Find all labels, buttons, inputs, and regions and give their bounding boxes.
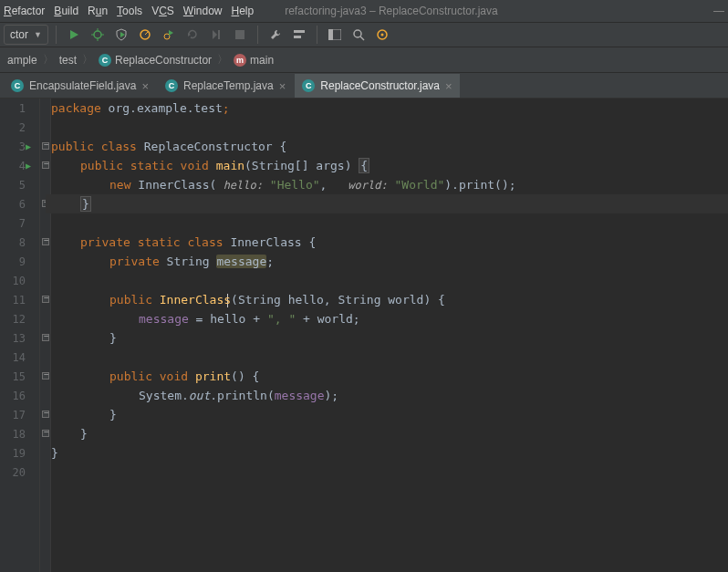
run-gutter-icon[interactable]: ▶	[26, 161, 31, 171]
structure-icon[interactable]	[289, 25, 309, 45]
close-icon[interactable]: ×	[141, 79, 149, 93]
code-line[interactable]: package org.example.test;	[51, 99, 230, 118]
line-number[interactable]: 17	[0, 405, 40, 424]
wrench-icon[interactable]	[265, 25, 286, 45]
code-line[interactable]: }	[80, 194, 91, 213]
crumb-class[interactable]: CReplaceConstructor	[95, 54, 215, 67]
crumb-module[interactable]: ample	[4, 54, 41, 67]
menu-build[interactable]: Build	[54, 5, 78, 17]
rerun-icon[interactable]	[182, 25, 203, 45]
debug-icon[interactable]	[88, 25, 108, 45]
coverage-icon[interactable]	[111, 25, 131, 45]
line-number[interactable]: 2	[0, 118, 40, 137]
crumb-method[interactable]: mmain	[230, 54, 277, 67]
code-line[interactable]: }	[109, 405, 117, 424]
tab-replacetemp[interactable]: C ReplaceTemp.java ×	[158, 74, 293, 98]
tab-replaceconstructor[interactable]: C ReplaceConstructor.java ×	[295, 74, 459, 98]
tab-label: EncapsulateField.java	[29, 79, 136, 92]
code-line[interactable]: }	[51, 443, 58, 463]
code-line[interactable]: public static void main(String[] args) {	[80, 156, 369, 175]
current-line-highlight	[46, 194, 728, 213]
line-number[interactable]: 13	[0, 328, 40, 348]
svg-marker-6	[120, 32, 125, 37]
svg-marker-12	[213, 30, 217, 39]
run-config-selector[interactable]: ctor ▼	[4, 25, 48, 45]
attach-icon[interactable]	[159, 25, 179, 45]
svg-point-19	[354, 30, 361, 37]
line-number[interactable]: 19	[0, 443, 40, 463]
fold-toggle[interactable]	[42, 296, 49, 303]
fold-column[interactable]	[40, 99, 51, 572]
run-config-label: ctor	[10, 28, 28, 41]
code-line[interactable]: System.out.println(message);	[139, 386, 338, 405]
skip-icon[interactable]	[206, 25, 226, 45]
fold-toggle[interactable]	[42, 238, 49, 245]
window-title: refactoring-java3 – ReplaceConstructor.j…	[285, 5, 497, 17]
line-number[interactable]: 6	[0, 194, 40, 213]
chevron-right-icon: 〉	[43, 52, 54, 68]
line-number[interactable]: 16	[0, 386, 40, 405]
svg-rect-13	[218, 30, 220, 39]
fold-toggle[interactable]	[42, 142, 49, 150]
stop-icon[interactable]	[230, 25, 250, 45]
editor-tabs: C EncapsulateField.java × C ReplaceTemp.…	[0, 73, 728, 99]
search-icon[interactable]	[348, 25, 369, 45]
profiler-icon[interactable]	[372, 25, 392, 45]
code-line[interactable]: public void print() {	[109, 367, 259, 386]
menu-refactor[interactable]: Refactor	[4, 5, 45, 17]
line-number[interactable]: 15	[0, 367, 40, 386]
code-line[interactable]: message = hello + ", " + world;	[139, 309, 360, 328]
line-number[interactable]: 8	[0, 233, 40, 252]
code-line[interactable]: }	[80, 424, 88, 443]
code-line[interactable]: private static class InnerClass {	[80, 233, 316, 252]
code-area[interactable]: package org.example.test;public class Re…	[51, 99, 728, 572]
menu-vcs[interactable]: VCS	[151, 5, 174, 17]
run-gutter-icon[interactable]: ▶	[26, 141, 31, 151]
line-number[interactable]: 4	[0, 156, 40, 175]
svg-marker-0	[70, 30, 78, 39]
fold-toggle[interactable]	[42, 161, 49, 169]
code-line[interactable]: new InnerClass( hello: "Hello", world: "…	[109, 175, 516, 194]
method-icon: m	[234, 54, 246, 67]
svg-rect-18	[328, 29, 333, 40]
toolbar: ctor ▼	[0, 22, 728, 47]
code-line[interactable]: }	[109, 328, 117, 348]
code-line[interactable]: private String message;	[109, 252, 274, 271]
line-number[interactable]: 10	[0, 271, 40, 290]
svg-rect-15	[294, 30, 305, 33]
profile-icon[interactable]	[135, 25, 155, 45]
run-icon[interactable]	[64, 25, 84, 45]
menu-run[interactable]: Run	[88, 5, 108, 17]
fold-toggle[interactable]	[42, 334, 49, 341]
gutter[interactable]: 1234567891011121314151617181920▶▶	[0, 99, 40, 572]
close-icon[interactable]: ×	[445, 79, 452, 93]
class-icon: C	[11, 79, 24, 92]
code-line[interactable]: public InnerClass(String hello, String w…	[109, 290, 445, 309]
fold-toggle[interactable]	[42, 430, 49, 437]
svg-point-22	[380, 34, 383, 36]
layout-icon[interactable]	[325, 25, 345, 45]
close-icon[interactable]: ×	[279, 79, 286, 93]
crumb-package[interactable]: test	[56, 54, 80, 67]
line-number[interactable]: 7	[0, 213, 40, 233]
tab-label: ReplaceConstructor.java	[320, 79, 440, 92]
menu-tools[interactable]: Tools	[117, 5, 142, 17]
menu-window[interactable]: Window	[183, 5, 223, 17]
menu-help[interactable]: Help	[232, 5, 255, 17]
fold-toggle[interactable]	[42, 411, 49, 418]
line-number[interactable]: 5	[0, 175, 40, 194]
editor-area: 1234567891011121314151617181920▶▶ packag…	[0, 99, 728, 572]
line-number[interactable]: 11	[0, 290, 40, 309]
line-number[interactable]: 3	[0, 137, 40, 156]
line-number[interactable]: 14	[0, 348, 40, 367]
line-number[interactable]: 1	[0, 99, 40, 118]
tab-encapsulatefield[interactable]: C EncapsulateField.java ×	[4, 74, 156, 98]
chevron-down-icon: ▼	[34, 30, 42, 39]
fold-toggle[interactable]	[42, 372, 49, 380]
minimize-icon[interactable]: —	[713, 5, 724, 17]
line-number[interactable]: 9	[0, 252, 40, 271]
line-number[interactable]: 18	[0, 424, 40, 443]
code-line[interactable]: public class ReplaceConstructor {	[51, 137, 286, 156]
line-number[interactable]: 12	[0, 309, 40, 328]
line-number[interactable]: 20	[0, 463, 40, 482]
